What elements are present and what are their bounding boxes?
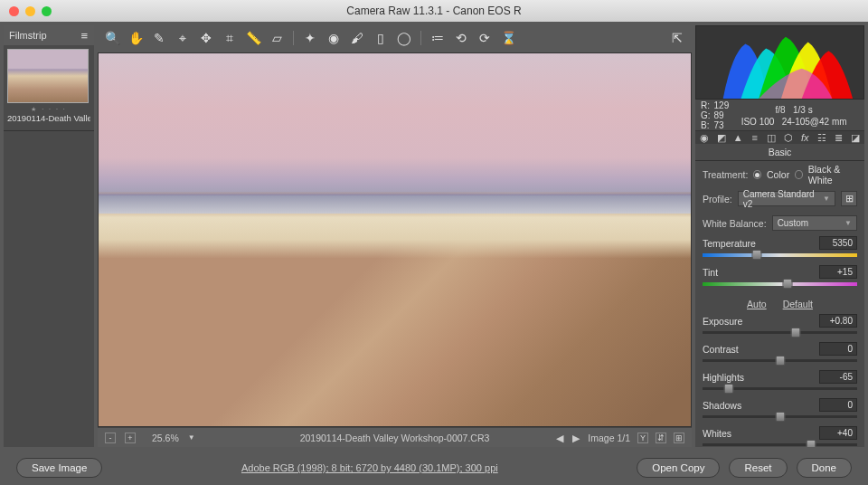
thumbnail[interactable] (7, 49, 89, 103)
eyedropper-icon[interactable]: ✎ (152, 31, 166, 45)
info-readout: R:129 G:89 B:73 f/8 1/3 s ISO 100 24-105… (695, 100, 864, 131)
whites-value[interactable]: +40 (819, 426, 857, 440)
titlebar: Camera Raw 11.3.1 - Canon EOS R (0, 0, 868, 22)
filmstrip-item[interactable]: ★ · · · · 20190114-Death Valle... (4, 45, 94, 127)
chevron-down-icon: ▼ (823, 195, 830, 203)
filename-label: 20190114-Death Valley Workshop-0007.CR3 (300, 433, 490, 443)
hourglass-icon[interactable]: ⌛ (501, 31, 515, 45)
prev-image-icon[interactable]: ◀ (555, 433, 564, 443)
zoom-window[interactable] (42, 6, 52, 16)
zoom-tool-icon[interactable]: 🔍 (105, 31, 119, 45)
contrast-label: Contrast (703, 344, 739, 355)
treatment-label: Treatment: (703, 169, 748, 180)
shadows-label: Shadows (703, 400, 741, 411)
transform-icon[interactable]: ▱ (269, 31, 284, 45)
grid-plus-icon[interactable]: + (125, 433, 136, 443)
color-sampler-icon[interactable]: ⌖ (175, 31, 190, 45)
minimize-window[interactable] (25, 6, 35, 16)
filmstrip-menu-icon[interactable]: ≡ (80, 29, 89, 43)
zoom-level[interactable]: 25.6% (152, 433, 179, 443)
reset-button[interactable]: Reset (729, 458, 787, 478)
treatment-color-radio[interactable] (753, 170, 761, 179)
photo-preview (99, 53, 691, 426)
temperature-label: Temperature (703, 238, 756, 249)
exposure-label: Exposure (703, 316, 742, 327)
tab-presets-icon[interactable]: ≣ (833, 131, 844, 144)
tint-value[interactable]: +15 (819, 265, 857, 279)
highlights-slider[interactable]: Highlights -65 (695, 367, 864, 395)
tab-fx-icon[interactable]: fx (799, 131, 811, 144)
next-image-icon[interactable]: ▶ (571, 433, 580, 443)
tab-calib-icon[interactable]: ☷ (816, 131, 828, 144)
histogram[interactable] (695, 25, 864, 100)
tint-slider[interactable]: Tint +15 (695, 262, 864, 291)
prefs-icon[interactable]: ≔ (430, 31, 445, 45)
tab-snapshots-icon[interactable]: ◪ (850, 131, 862, 144)
preview-canvas[interactable] (98, 52, 692, 427)
readout-lens: 24-105@42 mm (782, 117, 847, 127)
crop-icon[interactable]: ⌗ (222, 31, 237, 45)
tab-hsl-icon[interactable]: ≡ (750, 131, 761, 144)
target-adjust-icon[interactable]: ✥ (199, 31, 213, 45)
readout-g: 89 (714, 110, 730, 120)
contrast-value[interactable]: 0 (819, 342, 857, 356)
tab-lens-icon[interactable]: ⬡ (783, 131, 795, 144)
chevron-down-icon[interactable]: ▼ (188, 433, 195, 442)
filmstrip-label: Filmstrip (9, 30, 47, 41)
footer: Save Image Adobe RGB (1998); 8 bit; 6720… (0, 451, 868, 485)
profile-label: Profile: (703, 194, 732, 204)
profile-select[interactable]: Camera Standard v2 ▼ (738, 191, 835, 206)
swap-icon[interactable]: ⇵ (656, 433, 666, 443)
readout-shutter: 1/3 s (793, 105, 813, 115)
profile-browser-icon[interactable]: ⊞ (841, 191, 857, 206)
contrast-slider[interactable]: Contrast 0 (695, 339, 864, 367)
readout-b: 73 (714, 120, 730, 130)
done-button[interactable]: Done (797, 458, 853, 478)
shadows-slider[interactable]: Shadows 0 (695, 395, 864, 423)
hand-tool-icon[interactable]: ✋ (128, 31, 143, 45)
grid-minus-icon[interactable]: - (105, 433, 116, 443)
profile-value: Camera Standard v2 (743, 189, 823, 209)
filmstrip-sidebar: Filmstrip ≡ ★ · · · · 20190114-Death Val… (4, 25, 94, 447)
auto-link[interactable]: Auto (747, 299, 767, 309)
open-copy-button[interactable]: Open Copy (637, 458, 720, 478)
tab-curve-icon[interactable]: ◩ (716, 131, 728, 144)
workflow-meta[interactable]: Adobe RGB (1998); 8 bit; 6720 by 4480 (3… (241, 462, 498, 473)
readout-aperture: f/8 (776, 105, 786, 115)
rotate-ccw-icon[interactable]: ⟲ (454, 31, 468, 45)
panel-tabs: ◉ ◩ ▲ ≡ ◫ ⬡ fx ☷ ≣ ◪ (695, 131, 864, 144)
wb-value: Custom (778, 218, 808, 228)
exposure-value[interactable]: +0.80 (819, 314, 857, 328)
default-link[interactable]: Default (783, 299, 813, 309)
toolbar: 🔍 ✋ ✎ ⌖ ✥ ⌗ 📏 ▱ ✦ ◉ 🖌 ▯ ◯ ≔ ⟲ ⟳ ⌛ ⇱ (98, 25, 692, 51)
tab-detail-icon[interactable]: ▲ (732, 131, 744, 144)
rating-stars[interactable]: ★ · · · · (7, 106, 90, 113)
spot-removal-icon[interactable]: ✦ (303, 31, 317, 45)
brush-icon[interactable]: 🖌 (350, 31, 364, 45)
rotate-cw-icon[interactable]: ⟳ (477, 31, 492, 45)
save-image-button[interactable]: Save Image (16, 458, 102, 478)
treatment-bw-radio[interactable] (795, 170, 803, 179)
tab-basic-icon[interactable]: ◉ (699, 131, 711, 144)
treatment-color-label: Color (767, 169, 789, 180)
temperature-value[interactable]: 5350 (819, 236, 857, 250)
grad-filter-icon[interactable]: ▯ (373, 31, 388, 45)
tab-split-icon[interactable]: ◫ (766, 131, 778, 144)
window-title: Camera Raw 11.3.1 - Canon EOS R (346, 5, 521, 17)
whites-slider[interactable]: Whites +40 (695, 423, 864, 447)
fullscreen-icon[interactable]: ⇱ (670, 31, 684, 45)
center-panel: 🔍 ✋ ✎ ⌖ ✥ ⌗ 📏 ▱ ✦ ◉ 🖌 ▯ ◯ ≔ ⟲ ⟳ ⌛ ⇱ (98, 25, 692, 447)
close-window[interactable] (9, 6, 19, 16)
radial-filter-icon[interactable]: ◯ (397, 31, 411, 45)
readout-iso: ISO 100 (741, 117, 775, 127)
compare-y-icon[interactable]: Y (637, 433, 648, 443)
straighten-icon[interactable]: 📏 (246, 31, 260, 45)
temperature-slider[interactable]: Temperature 5350 (695, 233, 864, 262)
exposure-slider[interactable]: Exposure +0.80 (695, 311, 864, 339)
wb-select[interactable]: Custom ▼ (772, 215, 857, 231)
redeye-icon[interactable]: ◉ (326, 31, 341, 45)
shadows-value[interactable]: 0 (819, 398, 857, 412)
highlights-value[interactable]: -65 (819, 370, 857, 384)
wb-label: White Balance: (703, 218, 767, 229)
split-icon[interactable]: ⊞ (674, 433, 684, 443)
